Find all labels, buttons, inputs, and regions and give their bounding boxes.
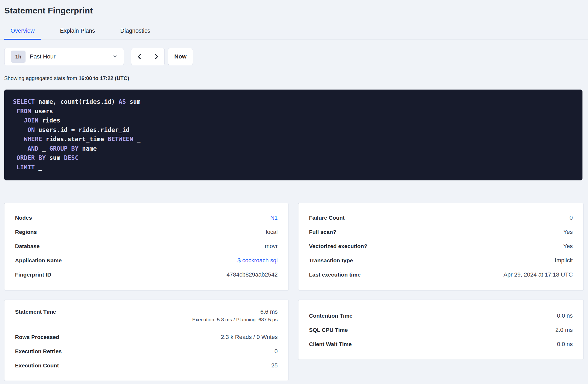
row-value: 2.3 k Reads / 0 Writes [221,334,278,340]
row-label: Contention Time [309,313,352,319]
summary-row: Failure Count0 [309,211,573,225]
row-value: local [266,229,278,235]
sql-keyword: BETWEEN [108,136,133,142]
summary-row: Contention Time0.0 ns [309,309,573,323]
row-label: Fingerprint ID [15,272,51,278]
time-range-badge: 1h [11,51,26,63]
sql-keyword: JOIN [24,117,38,124]
caption-time-range: 16:00 to 17:22 (UTC) [78,75,129,81]
sql-statement-box: SELECT name, count(rides.id) AS sum FROM… [4,90,582,180]
row-value-link[interactable]: $ cockroach sql [237,257,278,264]
row-subvalue: Execution: 5.8 ms / Planning: 687.5 µs [192,316,278,323]
row-label: Last execution time [309,272,361,278]
row-label: Application Name [15,257,62,264]
row-value-wrap: 4784cb829aab2542 [226,271,278,278]
summary-row: Client Wait Time0.0 ns [309,337,573,351]
sql-identifier [13,117,24,124]
row-value-wrap: 0 [275,348,278,355]
row-value: 6.6 ms [260,308,278,315]
summary-row: Vectorized execution?Yes [309,239,573,253]
summary-row: Regionslocal [15,225,278,239]
summary-row: Databasemovr [15,239,278,253]
summary-row: SQL CPU Time2.0 ms [309,323,573,337]
row-value-wrap: 2.0 ms [555,327,573,333]
time-range-pager [131,48,165,65]
page-title: Statement Fingerprint [4,6,93,16]
row-value-wrap: movr [265,243,278,250]
sql-keyword: GROUP BY [49,145,78,152]
tab-diagnostics[interactable]: Diagnostics [114,26,157,40]
sql-keyword: WHERE [24,136,42,142]
row-label: Database [15,243,39,249]
row-value-wrap: N1 [270,214,278,221]
row-label: Full scan? [309,229,336,235]
now-button[interactable]: Now [168,48,193,65]
sql-identifier: name [78,145,97,152]
sql-identifier: _ [38,145,49,152]
row-label: Execution Count [15,362,59,369]
row-value-wrap: 25 [271,362,278,369]
row-value: 0 [275,348,278,355]
row-value-wrap: $ cockroach sql [237,257,278,264]
sql-identifier: sum [126,98,140,105]
summary-row: NodesN1 [15,211,278,225]
sql-identifier: name, count(rides.id) [35,98,119,105]
row-label: SQL CPU Time [309,327,348,333]
row-value-wrap: 0.0 ns [557,341,573,348]
tab-overview[interactable]: Overview [4,26,41,40]
tab-explain-plans[interactable]: Explain Plans [54,26,101,40]
summary-row: Fingerprint ID4784cb829aab2542 [15,268,278,282]
time-controls: 1h Past Hour Now [4,48,193,65]
sql-keyword: ON [27,126,35,133]
previous-range-button[interactable] [131,48,148,65]
time-range-dropdown[interactable]: 1h Past Hour [4,48,124,65]
row-value: Implicit [555,257,573,264]
sql-line: ON users.id = rides.rider_id [13,125,574,135]
next-range-button[interactable] [148,48,165,65]
statement-performance-panel: Statement Time6.6 msExecution: 5.8 ms / … [4,300,288,381]
sql-keyword: LIMIT [17,164,35,171]
sql-keyword: ORDER BY [17,154,46,161]
chevron-right-icon [153,53,160,60]
row-label: Rows Processed [15,334,59,340]
sql-keyword: SELECT [13,98,35,105]
sql-identifier [13,136,24,142]
row-label: Failure Count [309,215,345,221]
row-label: Client Wait Time [309,341,352,347]
row-value: 0.0 ns [557,312,573,319]
row-value-wrap: Apr 29, 2024 at 17:18 UTC [504,271,573,278]
sql-identifier [13,108,17,115]
row-label: Regions [15,229,37,235]
row-value: Yes [563,229,573,235]
sql-keyword: AS [119,98,126,105]
row-value-wrap: Yes [563,229,573,235]
row-value-wrap: 2.3 k Reads / 0 Writes [221,334,278,341]
row-label: Transaction type [309,257,353,264]
summary-row: Execution Retries0 [15,344,278,358]
sql-identifier: rides [38,117,60,124]
row-value: 0.0 ns [557,341,573,347]
row-value: Apr 29, 2024 at 17:18 UTC [504,271,573,278]
sql-keyword: FROM [17,108,31,115]
row-value-wrap: 0 [570,214,573,221]
row-label: Execution Retries [15,348,62,355]
row-value-link[interactable]: N1 [270,214,278,221]
sql-line: LIMIT _ [13,163,574,172]
sql-line: JOIN rides [13,116,574,125]
sql-identifier: _ [133,136,141,142]
summary-row: Last execution timeApr 29, 2024 at 17:18… [309,268,573,282]
sql-identifier [13,154,17,161]
sql-line: AND _ GROUP BY name [13,144,574,154]
sql-identifier [13,126,27,133]
row-value-wrap: local [266,229,278,235]
execution-attributes-panel: Failure Count0Full scan?YesVectorized ex… [298,203,584,291]
sql-keyword: DESC [64,154,78,161]
row-value: 0 [570,214,573,221]
sql-line: FROM users [13,107,574,116]
sql-line: ORDER BY sum DESC [13,153,574,163]
row-value-wrap: 6.6 msExecution: 5.8 ms / Planning: 687.… [192,307,278,323]
time-breakdown-panel: Contention Time0.0 nsSQL CPU Time2.0 msC… [298,300,584,360]
statement-details-panel: NodesN1RegionslocalDatabasemovrApplicati… [4,203,288,291]
row-label: Vectorized execution? [309,243,367,249]
chevron-down-icon [112,54,118,60]
